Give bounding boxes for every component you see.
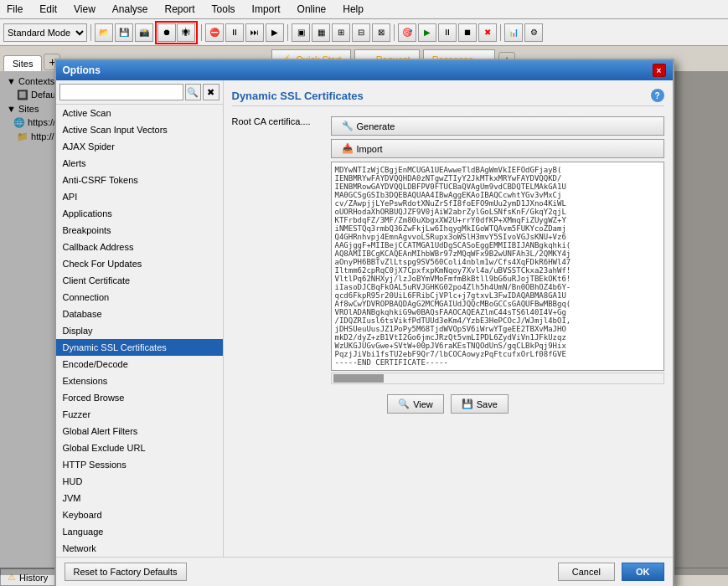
layout4-button[interactable]: ⊟ (352, 23, 370, 42)
main-area: ▼ Contexts 🔲 Default ▼ Sites 🌐 https:// … (0, 71, 728, 575)
dialog-clear-button[interactable]: ✖ (203, 84, 219, 100)
nav-connection[interactable]: Connection (56, 289, 223, 306)
options-dialog: Options × 🔍 ✖ Active Scan Active Scan In… (54, 59, 674, 586)
run-button[interactable]: ▶ (418, 23, 436, 42)
target-button[interactable]: 🎯 (398, 23, 416, 42)
dialog-content-panel: Dynamic SSL Certificates ? Root CA certi… (224, 80, 673, 557)
nav-ajax-spider[interactable]: AJAX Spider (56, 138, 223, 155)
menu-online[interactable]: Online (294, 2, 330, 17)
menu-report[interactable]: Report (162, 2, 199, 17)
attack-button[interactable]: ✖ (478, 23, 497, 42)
layout5-button[interactable]: ⊠ (372, 23, 390, 42)
dialog-nav-list: Active Scan Active Scan Input Vectors AJ… (56, 105, 223, 557)
pause2-button[interactable]: ⏸ (438, 23, 457, 42)
generate-icon: 🔧 (342, 121, 354, 131)
root-ca-label: Root CA certifica.... (232, 113, 324, 126)
nav-applications[interactable]: Applications (56, 205, 223, 222)
save-session-button[interactable]: 💾 (115, 23, 133, 42)
panel-title-text: Dynamic SSL Certificates (232, 90, 364, 102)
nav-network[interactable]: Network (56, 540, 223, 557)
dialog-title: Options (63, 64, 101, 76)
layout3-button[interactable]: ⊞ (332, 23, 350, 42)
nav-database[interactable]: Database (56, 306, 223, 322)
menu-file[interactable]: File (3, 2, 26, 17)
snapshot-button[interactable]: 📸 (135, 23, 153, 42)
view-icon: 🔍 (398, 398, 410, 409)
view-button[interactable]: 🔍 View (387, 394, 444, 414)
modal-overlay: Options × 🔍 ✖ Active Scan Active Scan In… (0, 71, 728, 575)
dialog-footer: Reset to Factory Defaults Cancel OK (56, 557, 673, 586)
save-icon: 💾 (462, 398, 473, 409)
stop2-button[interactable]: ⏹ (458, 23, 477, 42)
nav-http-sessions[interactable]: HTTP Sessions (56, 456, 223, 473)
toolbar-sep-5 (500, 24, 501, 41)
options-button[interactable]: ⚙ (524, 23, 543, 42)
import-button[interactable]: 📥 Import (331, 139, 664, 158)
continue-button[interactable]: ▶ (266, 23, 284, 42)
nav-active-scan[interactable]: Active Scan (56, 105, 223, 121)
menu-view[interactable]: View (70, 2, 99, 17)
ok-button[interactable]: OK (622, 563, 664, 581)
help-icon[interactable]: ? (651, 89, 664, 102)
toolbar-sep-4 (394, 24, 395, 41)
toolbar-sep-1 (90, 24, 91, 41)
dialog-search-input[interactable] (59, 84, 183, 100)
nav-hud[interactable]: HUD (56, 473, 223, 490)
tab-sites[interactable]: Sites (3, 55, 42, 71)
cert-bottom-buttons: 🔍 View 💾 Save (232, 394, 664, 414)
highlight-toolbar-group: ⏺ 🕷 (155, 21, 198, 44)
dialog-close-button[interactable]: × (653, 64, 666, 77)
nav-api[interactable]: API (56, 188, 223, 205)
menu-help[interactable]: Help (339, 2, 367, 17)
step-button[interactable]: ⏭ (245, 23, 264, 42)
save-button[interactable]: 💾 Save (451, 394, 509, 414)
dialog-body: 🔍 ✖ Active Scan Active Scan Input Vector… (56, 80, 673, 557)
nav-forced-browse[interactable]: Forced Browse (56, 389, 223, 406)
reset-button[interactable]: Reset to Factory Defaults (65, 563, 187, 581)
mode-select[interactable]: Standard Mode Safe Mode Protected Mode (3, 23, 87, 42)
dialog-search-button[interactable]: 🔍 (185, 84, 202, 100)
nav-alerts[interactable]: Alerts (56, 155, 223, 172)
menu-import[interactable]: Import (249, 2, 284, 17)
cert-action-buttons: 🔧 Generate 📥 Import (331, 116, 664, 158)
layout1-button[interactable]: ▣ (292, 23, 310, 42)
menu-tools[interactable]: Tools (209, 2, 239, 17)
nav-anti-csrf[interactable]: Anti-CSRF Tokens (56, 172, 223, 188)
cancel-button[interactable]: Cancel (558, 563, 615, 581)
nav-fuzzer[interactable]: Fuzzer (56, 406, 223, 423)
nav-dynamic-ssl[interactable]: Dynamic SSL Certificates (56, 339, 223, 356)
dialog-nav-panel: 🔍 ✖ Active Scan Active Scan Input Vector… (56, 80, 224, 557)
nav-callback-address[interactable]: Callback Address (56, 239, 223, 255)
toolbar-sep-2 (201, 24, 202, 41)
generate-button[interactable]: 🔧 Generate (331, 116, 664, 136)
record-button[interactable]: ⏺ (157, 23, 176, 42)
nav-extensions[interactable]: Extensions (56, 373, 223, 389)
menu-bar: File Edit View Analyse Report Tools Impo… (0, 0, 728, 19)
stop-button[interactable]: ⛔ (205, 23, 224, 42)
nav-jvm[interactable]: JVM (56, 490, 223, 506)
nav-global-alert[interactable]: Global Alert Filters (56, 423, 223, 440)
dialog-search-bar: 🔍 ✖ (56, 80, 223, 105)
spider-button[interactable]: 🕷 (177, 23, 195, 42)
nav-encode-decode[interactable]: Encode/Decode (56, 356, 223, 373)
nav-check-updates[interactable]: Check For Updates (56, 255, 223, 272)
open-session-button[interactable]: 📂 (95, 23, 113, 42)
report-button[interactable]: 📊 (504, 23, 523, 42)
menu-edit[interactable]: Edit (36, 2, 60, 17)
cert-text-display: MDYwNTIzWjCBgjEnMCUGA1UEAwweTldBAgWmVkIE… (331, 162, 664, 371)
layout2-button[interactable]: ▦ (312, 23, 330, 42)
break-button[interactable]: ⏸ (225, 23, 244, 42)
nav-keyboard[interactable]: Keyboard (56, 506, 223, 523)
nav-client-certificate[interactable]: Client Certificate (56, 272, 223, 289)
cert-hscrollbar[interactable] (331, 373, 664, 384)
nav-breakpoints[interactable]: Breakpoints (56, 222, 223, 239)
toolbar-sep-3 (287, 24, 288, 41)
nav-active-scan-input[interactable]: Active Scan Input Vectors (56, 121, 223, 138)
nav-display[interactable]: Display (56, 322, 223, 339)
nav-language[interactable]: Language (56, 523, 223, 540)
nav-global-exclude[interactable]: Global Exclude URL (56, 440, 223, 456)
import-icon: 📥 (342, 143, 354, 154)
menu-analyse[interactable]: Analyse (109, 2, 152, 17)
dialog-titlebar: Options × (56, 60, 673, 80)
cert-content-row: Root CA certifica.... 🔧 Generate 📥 (232, 113, 664, 384)
